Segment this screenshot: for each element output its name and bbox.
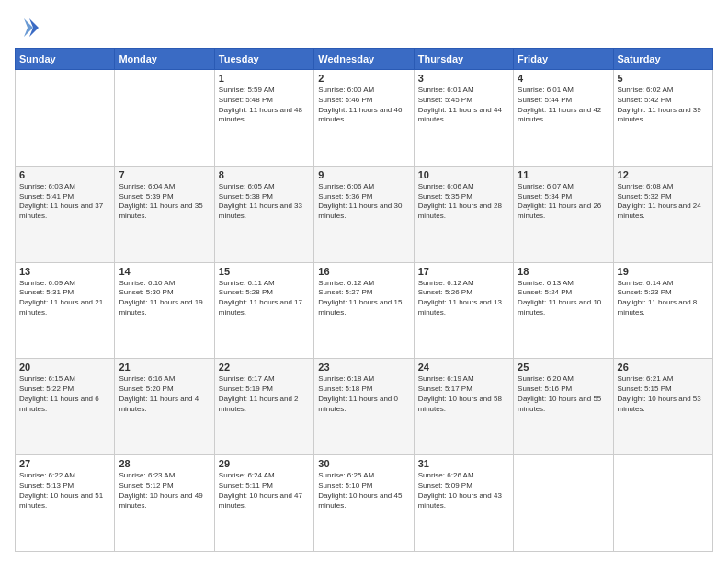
day-number: 19 <box>618 266 709 277</box>
calendar-cell: 15Sunrise: 6:11 AM Sunset: 5:28 PM Dayli… <box>214 262 313 359</box>
calendar-cell: 20Sunrise: 6:15 AM Sunset: 5:22 PM Dayli… <box>16 359 115 455</box>
day-details: Sunrise: 6:02 AM Sunset: 5:42 PM Dayligh… <box>618 86 709 125</box>
calendar-cell: 28Sunrise: 6:23 AM Sunset: 5:12 PM Dayli… <box>115 455 214 552</box>
calendar-cell: 5Sunrise: 6:02 AM Sunset: 5:42 PM Daylig… <box>613 70 712 167</box>
day-details: Sunrise: 6:22 AM Sunset: 5:13 PM Dayligh… <box>19 471 110 511</box>
calendar-cell: 3Sunrise: 6:01 AM Sunset: 5:45 PM Daylig… <box>414 70 513 167</box>
day-number: 12 <box>618 169 709 180</box>
calendar-week-1: 1Sunrise: 5:59 AM Sunset: 5:48 PM Daylig… <box>16 70 713 167</box>
day-details: Sunrise: 6:20 AM Sunset: 5:16 PM Dayligh… <box>518 374 609 414</box>
day-details: Sunrise: 6:11 AM Sunset: 5:28 PM Dayligh… <box>219 279 310 318</box>
day-details: Sunrise: 6:15 AM Sunset: 5:22 PM Dayligh… <box>19 374 110 414</box>
calendar-week-4: 20Sunrise: 6:15 AM Sunset: 5:22 PM Dayli… <box>16 359 713 455</box>
calendar-cell: 2Sunrise: 6:00 AM Sunset: 5:46 PM Daylig… <box>314 70 414 167</box>
day-number: 4 <box>518 73 609 84</box>
calendar-cell: 10Sunrise: 6:06 AM Sunset: 5:35 PM Dayli… <box>414 166 513 262</box>
day-details: Sunrise: 6:12 AM Sunset: 5:27 PM Dayligh… <box>318 279 409 318</box>
day-number: 29 <box>219 458 310 469</box>
day-details: Sunrise: 6:06 AM Sunset: 5:36 PM Dayligh… <box>318 182 409 222</box>
day-details: Sunrise: 6:17 AM Sunset: 5:19 PM Dayligh… <box>219 374 310 414</box>
header <box>15 11 713 40</box>
calendar-cell: 11Sunrise: 6:07 AM Sunset: 5:34 PM Dayli… <box>514 166 613 262</box>
day-details: Sunrise: 6:13 AM Sunset: 5:24 PM Dayligh… <box>518 279 609 318</box>
calendar-table: SundayMondayTuesdayWednesdayThursdayFrid… <box>15 48 713 552</box>
day-number: 16 <box>318 266 409 277</box>
day-header-tuesday: Tuesday <box>214 49 313 70</box>
calendar-cell: 21Sunrise: 6:16 AM Sunset: 5:20 PM Dayli… <box>115 359 214 455</box>
day-details: Sunrise: 6:25 AM Sunset: 5:10 PM Dayligh… <box>318 471 409 511</box>
day-details: Sunrise: 6:19 AM Sunset: 5:17 PM Dayligh… <box>418 374 509 414</box>
day-number: 10 <box>418 169 509 180</box>
calendar-cell <box>514 455 613 552</box>
day-details: Sunrise: 6:04 AM Sunset: 5:39 PM Dayligh… <box>119 182 210 222</box>
calendar-cell: 6Sunrise: 6:03 AM Sunset: 5:41 PM Daylig… <box>16 166 115 262</box>
day-number: 13 <box>19 266 110 277</box>
day-header-monday: Monday <box>115 49 214 70</box>
calendar-cell: 31Sunrise: 6:26 AM Sunset: 5:09 PM Dayli… <box>414 455 513 552</box>
calendar-cell: 16Sunrise: 6:12 AM Sunset: 5:27 PM Dayli… <box>314 262 414 359</box>
calendar-cell <box>16 70 115 167</box>
day-number: 3 <box>418 73 509 84</box>
day-details: Sunrise: 6:01 AM Sunset: 5:44 PM Dayligh… <box>518 86 609 125</box>
day-details: Sunrise: 6:00 AM Sunset: 5:46 PM Dayligh… <box>318 86 409 125</box>
day-header-friday: Friday <box>514 49 613 70</box>
calendar-cell: 4Sunrise: 6:01 AM Sunset: 5:44 PM Daylig… <box>514 70 613 167</box>
day-details: Sunrise: 6:16 AM Sunset: 5:20 PM Dayligh… <box>119 374 210 414</box>
day-number: 20 <box>19 362 110 373</box>
day-header-thursday: Thursday <box>414 49 513 70</box>
day-number: 18 <box>518 266 609 277</box>
day-number: 5 <box>618 73 709 84</box>
calendar-cell: 23Sunrise: 6:18 AM Sunset: 5:18 PM Dayli… <box>314 359 414 455</box>
day-number: 15 <box>219 266 310 277</box>
day-number: 26 <box>618 362 709 373</box>
day-number: 11 <box>518 169 609 180</box>
calendar-cell <box>115 70 214 167</box>
calendar-cell: 26Sunrise: 6:21 AM Sunset: 5:15 PM Dayli… <box>613 359 712 455</box>
calendar-cell: 14Sunrise: 6:10 AM Sunset: 5:30 PM Dayli… <box>115 262 214 359</box>
day-details: Sunrise: 6:03 AM Sunset: 5:41 PM Dayligh… <box>19 182 110 222</box>
calendar-cell: 12Sunrise: 6:08 AM Sunset: 5:32 PM Dayli… <box>613 166 712 262</box>
day-details: Sunrise: 6:23 AM Sunset: 5:12 PM Dayligh… <box>119 471 210 511</box>
day-details: Sunrise: 6:14 AM Sunset: 5:23 PM Dayligh… <box>618 279 709 318</box>
calendar-cell <box>613 455 712 552</box>
day-number: 30 <box>318 458 409 469</box>
calendar-week-5: 27Sunrise: 6:22 AM Sunset: 5:13 PM Dayli… <box>16 455 713 552</box>
day-header-wednesday: Wednesday <box>314 49 414 70</box>
day-header-saturday: Saturday <box>613 49 712 70</box>
day-number: 6 <box>19 169 110 180</box>
calendar-cell: 8Sunrise: 6:05 AM Sunset: 5:38 PM Daylig… <box>214 166 313 262</box>
calendar-cell: 7Sunrise: 6:04 AM Sunset: 5:39 PM Daylig… <box>115 166 214 262</box>
day-number: 7 <box>119 169 210 180</box>
day-number: 31 <box>418 458 509 469</box>
day-details: Sunrise: 5:59 AM Sunset: 5:48 PM Dayligh… <box>219 86 310 125</box>
calendar-body: 1Sunrise: 5:59 AM Sunset: 5:48 PM Daylig… <box>16 70 713 552</box>
calendar-cell: 29Sunrise: 6:24 AM Sunset: 5:11 PM Dayli… <box>214 455 313 552</box>
day-header-sunday: Sunday <box>16 49 115 70</box>
day-details: Sunrise: 6:10 AM Sunset: 5:30 PM Dayligh… <box>119 279 210 318</box>
day-number: 23 <box>318 362 409 373</box>
calendar-cell: 18Sunrise: 6:13 AM Sunset: 5:24 PM Dayli… <box>514 262 613 359</box>
calendar-cell: 19Sunrise: 6:14 AM Sunset: 5:23 PM Dayli… <box>613 262 712 359</box>
calendar-cell: 13Sunrise: 6:09 AM Sunset: 5:31 PM Dayli… <box>16 262 115 359</box>
day-number: 1 <box>219 73 310 84</box>
logo-icon <box>15 15 40 40</box>
calendar-cell: 9Sunrise: 6:06 AM Sunset: 5:36 PM Daylig… <box>314 166 414 262</box>
day-details: Sunrise: 6:26 AM Sunset: 5:09 PM Dayligh… <box>418 471 509 511</box>
day-details: Sunrise: 6:05 AM Sunset: 5:38 PM Dayligh… <box>219 182 310 222</box>
calendar-cell: 1Sunrise: 5:59 AM Sunset: 5:48 PM Daylig… <box>214 70 313 167</box>
day-details: Sunrise: 6:18 AM Sunset: 5:18 PM Dayligh… <box>318 374 409 414</box>
day-details: Sunrise: 6:07 AM Sunset: 5:34 PM Dayligh… <box>518 182 609 222</box>
day-details: Sunrise: 6:09 AM Sunset: 5:31 PM Dayligh… <box>19 279 110 318</box>
calendar-cell: 27Sunrise: 6:22 AM Sunset: 5:13 PM Dayli… <box>16 455 115 552</box>
calendar-week-2: 6Sunrise: 6:03 AM Sunset: 5:41 PM Daylig… <box>16 166 713 262</box>
day-details: Sunrise: 6:08 AM Sunset: 5:32 PM Dayligh… <box>618 182 709 222</box>
day-number: 25 <box>518 362 609 373</box>
day-number: 8 <box>219 169 310 180</box>
day-number: 28 <box>119 458 210 469</box>
calendar-cell: 25Sunrise: 6:20 AM Sunset: 5:16 PM Dayli… <box>514 359 613 455</box>
day-number: 22 <box>219 362 310 373</box>
calendar-week-3: 13Sunrise: 6:09 AM Sunset: 5:31 PM Dayli… <box>16 262 713 359</box>
day-number: 9 <box>318 169 409 180</box>
logo <box>15 15 44 40</box>
day-number: 2 <box>318 73 409 84</box>
